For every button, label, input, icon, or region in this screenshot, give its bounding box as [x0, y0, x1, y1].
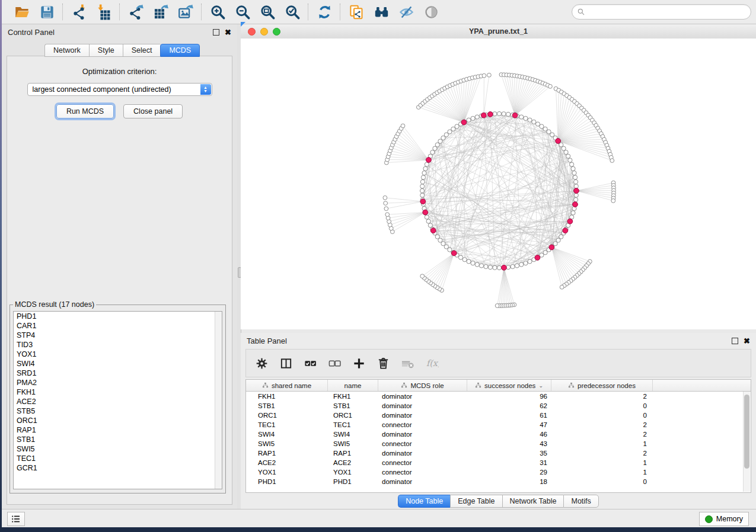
mcds-hub-node[interactable] [574, 188, 579, 194]
result-node-item[interactable]: TID3 [14, 340, 222, 350]
column-header-name[interactable]: name [328, 380, 378, 391]
ring-node[interactable] [572, 171, 576, 175]
result-node-item[interactable]: PHD1 [14, 312, 222, 321]
tab-motifs[interactable]: Motifs [563, 495, 598, 508]
result-node-item[interactable]: ORC1 [14, 416, 222, 425]
ring-node[interactable] [506, 112, 510, 116]
float-panel-icon[interactable] [213, 29, 219, 36]
network-view-canvas[interactable] [241, 39, 756, 329]
split-panel-button[interactable] [279, 356, 293, 370]
table-row[interactable]: STB1STB1dominator620 [246, 401, 751, 411]
ring-node[interactable] [455, 124, 459, 129]
ring-node[interactable] [566, 154, 570, 158]
ring-node[interactable] [502, 112, 506, 116]
find-network-button[interactable] [373, 4, 390, 20]
ring-node[interactable] [475, 262, 479, 267]
mcds-hub-node[interactable] [423, 210, 428, 215]
export-image-button[interactable] [177, 4, 194, 20]
result-node-item[interactable]: RAP1 [14, 425, 222, 435]
tab-style[interactable]: Style [89, 44, 123, 57]
settings-gear-button[interactable] [254, 356, 269, 370]
ring-node[interactable] [420, 180, 425, 184]
table-row[interactable]: ACE2ACE2connector311 [246, 458, 751, 467]
delete-row-button[interactable] [376, 356, 390, 370]
ring-node[interactable] [528, 259, 532, 264]
table-row[interactable]: SWI4SWI4dominator462 [246, 430, 751, 439]
table-row[interactable]: YOX1YOX1connector291 [246, 467, 751, 477]
mcds-hub-node[interactable] [556, 139, 561, 144]
ring-node[interactable] [574, 184, 578, 188]
result-node-item[interactable]: FKH1 [14, 387, 222, 397]
ring-node[interactable] [524, 261, 528, 265]
task-history-button[interactable] [7, 512, 25, 526]
ring-node[interactable] [420, 188, 424, 193]
column-header-MCDS-role[interactable]: MCDS role [378, 380, 467, 391]
close-panel-icon[interactable]: ✖ [225, 30, 231, 35]
clone-network-button[interactable] [348, 4, 365, 20]
zoom-out-button[interactable] [234, 4, 251, 20]
memory-button[interactable]: Memory [699, 512, 749, 526]
ring-node[interactable] [425, 215, 429, 219]
ring-node[interactable] [519, 115, 524, 119]
search-input[interactable] [588, 7, 746, 17]
network-window-titlebar[interactable]: YPA_prune.txt_1 [241, 24, 756, 39]
leaf-node[interactable] [401, 124, 405, 128]
ring-node[interactable] [515, 264, 519, 268]
export-network-button[interactable] [127, 4, 144, 20]
ring-node[interactable] [568, 158, 572, 162]
result-list-scrollbar[interactable] [215, 312, 222, 489]
result-node-item[interactable]: PMA2 [14, 378, 222, 387]
result-node-item[interactable]: SWI4 [14, 359, 222, 368]
ring-node[interactable] [467, 118, 471, 122]
mcds-hub-node[interactable] [420, 199, 426, 204]
hide-graphics-details-button[interactable] [398, 4, 414, 20]
ring-node[interactable] [488, 265, 492, 270]
deselect-all-button[interactable] [327, 356, 342, 370]
ring-node[interactable] [562, 146, 566, 150]
mcds-hub-node[interactable] [481, 113, 486, 118]
refresh-layout-button[interactable] [316, 4, 333, 20]
mcds-result-list[interactable]: PHD1CAR1STP4TID3YOX1SWI4SRD1PMA2FKH1ACE2… [13, 311, 222, 489]
tab-network-table[interactable]: Network Table [502, 495, 564, 508]
table-row[interactable]: TEC1TEC1connector472 [246, 420, 751, 430]
result-node-item[interactable]: STP4 [14, 331, 222, 340]
column-header-successor-nodes[interactable]: successor nodes⌄ [467, 380, 551, 391]
ring-node[interactable] [524, 116, 528, 120]
ring-node[interactable] [479, 264, 483, 268]
optimization-criterion-select[interactable]: largest connected component (undirected)… [27, 83, 212, 96]
leaf-node[interactable] [610, 159, 614, 163]
column-header-shared-name[interactable]: shared name [246, 380, 328, 391]
ring-node[interactable] [462, 258, 467, 262]
zoom-in-button[interactable] [209, 4, 226, 20]
ring-node[interactable] [458, 255, 462, 259]
leaf-node[interactable] [383, 196, 387, 200]
ring-node[interactable] [571, 211, 575, 215]
ring-node[interactable] [428, 223, 432, 227]
tab-mcds[interactable]: MCDS [160, 44, 200, 57]
ring-node[interactable] [574, 197, 578, 201]
ring-node[interactable] [421, 175, 425, 180]
result-node-item[interactable]: STB1 [14, 435, 222, 444]
mcds-hub-node[interactable] [512, 113, 518, 118]
import-table-button[interactable] [95, 4, 112, 20]
mcds-hub-node[interactable] [461, 120, 467, 125]
leaf-node[interactable] [420, 274, 425, 278]
select-all-button[interactable] [303, 356, 317, 370]
float-table-panel-icon[interactable] [732, 338, 738, 344]
ring-node[interactable] [426, 219, 430, 223]
ring-node[interactable] [573, 175, 577, 180]
mcds-hub-node[interactable] [549, 245, 554, 250]
ring-node[interactable] [528, 118, 532, 122]
ring-node[interactable] [420, 193, 425, 197]
show-graphics-details-button[interactable] [423, 4, 439, 20]
leaf-node[interactable] [385, 213, 390, 217]
ring-node[interactable] [484, 264, 488, 268]
result-node-item[interactable]: SWI5 [14, 444, 222, 454]
table-row[interactable]: FKH1FKH1dominator962 [246, 392, 751, 401]
leaf-node[interactable] [548, 84, 553, 88]
zoom-fit-button[interactable] [259, 4, 276, 20]
ring-node[interactable] [475, 115, 479, 119]
save-session-button[interactable] [39, 4, 55, 20]
ring-node[interactable] [471, 261, 475, 265]
mcds-hub-node[interactable] [451, 251, 457, 256]
